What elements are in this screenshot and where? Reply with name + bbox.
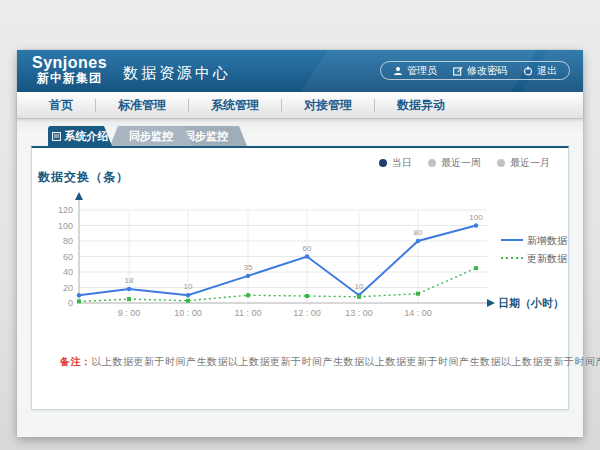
nav-item-home[interactable]: 首页 [27, 97, 95, 114]
logout-label: 退出 [537, 64, 557, 78]
tab-label: 同步监控 [129, 129, 173, 144]
svg-text:60: 60 [63, 252, 73, 262]
radio-dot-icon [379, 159, 387, 167]
radio-label: 当日 [392, 156, 412, 170]
time-range-filter: 当日 最近一周 最近一月 [379, 156, 550, 170]
chart-panel: 当日 最近一周 最近一月 数据交换（条） 0204060801001209 : … [31, 146, 569, 410]
power-icon [523, 66, 533, 76]
svg-text:9 : 00: 9 : 00 [118, 308, 141, 318]
y-axis-title: 数据交换（条） [38, 169, 129, 186]
footnote-prefix: 备注： [60, 356, 92, 367]
radio-label: 最近一月 [510, 156, 550, 170]
radio-last-week[interactable]: 最近一周 [428, 156, 481, 170]
svg-text:更新数据: 更新数据 [527, 253, 568, 264]
tab-sync-monitor-1[interactable]: 同步监控 [110, 126, 192, 146]
svg-text:13 : 00: 13 : 00 [345, 308, 373, 318]
svg-text:120: 120 [58, 205, 73, 215]
svg-text:10 : 00: 10 : 00 [174, 308, 202, 318]
radio-label: 最近一周 [441, 156, 481, 170]
svg-text:80: 80 [63, 236, 73, 246]
user-icon [393, 66, 403, 76]
svg-text:0: 0 [68, 298, 73, 308]
svg-text:12 : 00: 12 : 00 [293, 308, 321, 318]
svg-text:100: 100 [469, 213, 483, 222]
desktop-background: Synjones 新中新集团 数据资源中心 管理员 修改密码 [0, 0, 600, 450]
radio-today[interactable]: 当日 [379, 156, 412, 170]
footnote-text: 以上数据更新于时间产生数据以上数据更新于时间产生数据以上数据更新于时间产生数据以… [92, 356, 600, 367]
tab-label: 同步监控 [184, 129, 228, 144]
app-header: Synjones 新中新集团 数据资源中心 管理员 修改密码 [17, 50, 583, 92]
footnote: 备注：以上数据更新于时间产生数据以上数据更新于时间产生数据以上数据更新于时间产生… [60, 355, 600, 369]
radio-dot-icon [428, 159, 436, 167]
current-user-button[interactable]: 管理员 [393, 64, 437, 78]
app-window: Synjones 新中新集团 数据资源中心 管理员 修改密码 [17, 50, 583, 437]
company-logo: Synjones 新中新集团 [32, 54, 107, 85]
svg-text:80: 80 [414, 228, 423, 237]
logo-text-cn: 新中新集团 [32, 72, 107, 85]
change-password-label: 修改密码 [467, 64, 507, 78]
line-chart: 0204060801001209 : 0010 : 0011 : 0012 : … [52, 188, 570, 328]
svg-text:10: 10 [355, 282, 364, 291]
current-user-label: 管理员 [407, 64, 437, 78]
nav-item-data-change[interactable]: 数据异动 [375, 97, 467, 114]
logout-button[interactable]: 退出 [523, 64, 557, 78]
nav-item-system-mgmt[interactable]: 系统管理 [189, 97, 281, 114]
svg-text:40: 40 [63, 267, 73, 277]
svg-text:18: 18 [125, 276, 134, 285]
svg-text:14 : 00: 14 : 00 [404, 308, 432, 318]
logo-text-en: Synjones [32, 54, 107, 72]
svg-text:10: 10 [184, 282, 193, 291]
main-nav: 首页 标准管理 系统管理 对接管理 数据异动 [17, 92, 583, 119]
svg-text:35: 35 [244, 263, 253, 272]
nav-item-standard-mgmt[interactable]: 标准管理 [96, 97, 188, 114]
radio-dot-icon [497, 159, 505, 167]
svg-text:100: 100 [58, 221, 73, 231]
nav-item-connection-mgmt[interactable]: 对接管理 [282, 97, 374, 114]
series-line [79, 268, 476, 301]
edit-icon [453, 66, 463, 76]
tab-system-intro[interactable]: 系统介绍 [48, 126, 112, 146]
page-title: 数据资源中心 [123, 50, 231, 92]
svg-text:11 : 00: 11 : 00 [235, 308, 262, 318]
tab-label: 系统介绍 [65, 129, 109, 144]
svg-text:新增数据: 新增数据 [527, 235, 568, 246]
document-icon [52, 132, 61, 141]
svg-text:20: 20 [63, 283, 73, 293]
user-toolbar: 管理员 修改密码 退出 [380, 61, 570, 80]
svg-text:日期（小时）: 日期（小时） [498, 297, 564, 310]
content-area: 系统介绍 同步监控 同步监控 当日 最近一周 [17, 119, 583, 437]
svg-text:60: 60 [303, 244, 312, 253]
radio-last-month[interactable]: 最近一月 [497, 156, 550, 170]
change-password-button[interactable]: 修改密码 [453, 64, 507, 78]
